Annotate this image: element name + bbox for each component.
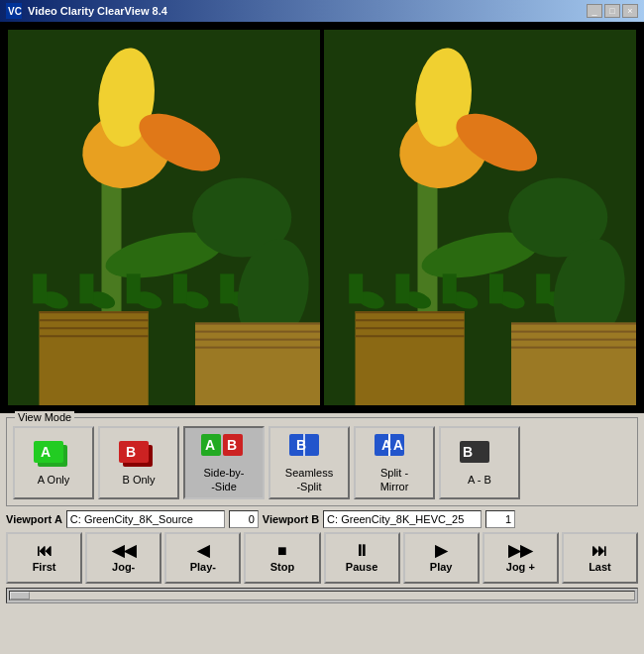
video-area [0, 22, 644, 413]
video-panel-left [8, 30, 320, 405]
view-btn-split-mirror-label: Split -Mirror [380, 467, 409, 492]
play-back-label: Play- [190, 561, 216, 573]
view-btn-side-by-side-label: Side-by--Side [204, 467, 245, 492]
viewport-a-num[interactable] [229, 510, 259, 528]
viewport-b-num[interactable] [485, 510, 515, 528]
svg-text:A: A [41, 444, 51, 460]
transport-bar: ⏮ First ◀◀ Jog- ◀ Play- ■ Stop ⏸ Pause ▶… [6, 532, 638, 584]
last-label: Last [589, 561, 611, 573]
viewport-a-label: Viewport A [6, 513, 62, 525]
side-by-side-icon: A B [201, 432, 247, 464]
transport-first-button[interactable]: ⏮ First [6, 532, 82, 584]
video-canvas-right [324, 30, 636, 405]
first-icon: ⏮ [37, 543, 53, 559]
transport-pause-button[interactable]: ⏸ Pause [324, 532, 400, 584]
view-mode-label: View Mode [15, 411, 74, 423]
play-back-icon: ◀ [197, 543, 209, 559]
svg-text:B: B [126, 444, 136, 460]
a-only-icon: A [34, 439, 73, 471]
view-btn-a-only[interactable]: A A Only [13, 426, 94, 499]
viewport-bar: Viewport A Viewport B [6, 510, 638, 528]
pause-icon: ⏸ [354, 543, 370, 559]
jog-back-label: Jog- [112, 561, 135, 573]
pause-label: Pause [346, 561, 377, 573]
play-icon: ▶ [435, 543, 447, 559]
scrollbar-thumb[interactable] [10, 592, 30, 600]
view-btn-split-mirror[interactable]: A A Split -Mirror [354, 426, 435, 499]
jog-back-icon: ◀◀ [112, 543, 136, 559]
window-controls[interactable]: _ □ × [587, 4, 638, 18]
view-btn-a-b[interactable]: B A - B [439, 426, 520, 499]
jog-fwd-icon: ▶▶ [508, 543, 532, 559]
viewport-a-input[interactable] [66, 510, 225, 528]
transport-last-button[interactable]: ⏭ Last [562, 532, 638, 584]
maximize-button[interactable]: □ [604, 4, 620, 18]
view-btn-a-b-label: A - B [468, 474, 491, 487]
controls-section: View Mode A A Only B B Only [0, 413, 644, 607]
scrollbar-track[interactable] [9, 591, 635, 600]
view-mode-buttons: A A Only B B Only A B [13, 426, 631, 499]
svg-text:B: B [227, 437, 237, 453]
last-icon: ⏭ [591, 543, 607, 559]
play-label: Play [430, 561, 453, 573]
scrollbar-area[interactable] [6, 588, 638, 603]
video-panel-right [324, 30, 636, 405]
jog-fwd-label: Jog + [506, 561, 535, 573]
view-btn-seamless-split-label: Seamless-Split [285, 467, 333, 492]
viewport-b-label: Viewport B [263, 513, 319, 525]
a-b-icon: B [460, 439, 499, 471]
stop-icon: ■ [277, 543, 287, 559]
title-bar: VC Video Clarity ClearView 8.4 _ □ × [0, 0, 644, 22]
seamless-split-icon: B [289, 432, 329, 464]
svg-text:A: A [393, 437, 403, 453]
view-mode-group: View Mode A A Only B B Only [6, 417, 638, 506]
view-btn-seamless-split[interactable]: B Seamless-Split [268, 426, 350, 499]
transport-jog-fwd-button[interactable]: ▶▶ Jog + [483, 532, 559, 584]
first-label: First [33, 561, 56, 573]
video-canvas-left [8, 30, 320, 405]
viewport-b-input[interactable] [323, 510, 482, 528]
view-btn-a-only-label: A Only [38, 474, 69, 487]
app-icon: VC [6, 3, 22, 19]
transport-stop-button[interactable]: ■ Stop [244, 532, 320, 584]
view-btn-b-only-label: B Only [122, 474, 155, 487]
b-only-icon: B [119, 439, 159, 471]
view-btn-b-only[interactable]: B B Only [98, 426, 179, 499]
window-title: Video Clarity ClearView 8.4 [28, 5, 167, 17]
svg-text:VC: VC [8, 6, 22, 17]
close-button[interactable]: × [622, 4, 638, 18]
svg-text:B: B [463, 444, 473, 460]
svg-text:A: A [205, 437, 215, 453]
transport-play-button[interactable]: ▶ Play [403, 532, 480, 584]
transport-jog-back-button[interactable]: ◀◀ Jog- [85, 532, 161, 584]
transport-play-back-button[interactable]: ◀ Play- [164, 532, 241, 584]
split-mirror-icon: A A [375, 432, 414, 464]
minimize-button[interactable]: _ [587, 4, 602, 18]
stop-label: Stop [270, 561, 294, 573]
view-btn-side-by-side[interactable]: A B Side-by--Side [183, 426, 265, 499]
